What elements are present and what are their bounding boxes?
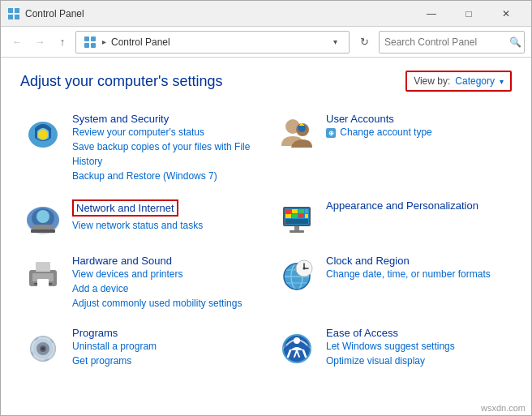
svg-rect-33 [290, 230, 304, 233]
system-security-link-1[interactable]: Review your computer's status [72, 125, 255, 139]
svg-point-9 [38, 130, 48, 139]
svg-rect-3 [15, 15, 19, 19]
programs-link-1[interactable]: Uninstall a program [72, 339, 255, 354]
svg-point-49 [303, 268, 306, 270]
programs-title[interactable]: Programs [72, 327, 118, 339]
system-security-link-2[interactable]: Save backup copies of your files with Fi… [72, 139, 255, 169]
appearance-text: Appearance and Personalization [326, 199, 508, 212]
address-box[interactable]: ▸ Control Panel ▾ [75, 31, 350, 54]
svg-rect-0 [8, 8, 13, 13]
svg-rect-20 [31, 229, 55, 233]
user-accounts-link-1[interactable]: ⊕ Change account type [326, 125, 508, 139]
address-dropdown[interactable]: ▾ [328, 37, 342, 46]
location-icon [83, 35, 97, 49]
hardware-link-3[interactable]: Adjust commonly used mobility settings [72, 296, 255, 311]
svg-point-18 [36, 210, 49, 223]
programs-text: Programs Uninstall a program Get program… [72, 327, 255, 368]
svg-rect-7 [91, 43, 96, 48]
svg-rect-5 [91, 36, 96, 41]
panel-item-appearance: Appearance and Personalization [274, 191, 512, 247]
search-icon[interactable]: 🔍 [509, 36, 521, 48]
svg-rect-38 [37, 279, 49, 289]
search-box[interactable]: 🔍 [379, 31, 525, 54]
svg-rect-6 [84, 43, 89, 48]
svg-rect-19 [32, 225, 54, 229]
svg-rect-23 [285, 209, 291, 213]
svg-rect-24 [292, 209, 298, 213]
svg-rect-26 [305, 209, 308, 213]
system-security-title[interactable]: System and Security [72, 113, 169, 125]
hardware-link-2[interactable]: Add a device [72, 281, 255, 296]
view-by-arrow[interactable]: ▾ [500, 77, 504, 86]
ease-link-1[interactable]: Let Windows suggest settings [326, 339, 508, 354]
hardware-link-1[interactable]: View devices and printers [72, 267, 255, 281]
user-accounts-text: User Accounts ⊕ Change account type [326, 113, 508, 139]
search-input[interactable] [384, 36, 506, 48]
clock-icon [277, 255, 316, 294]
address-bar: ← → ↑ ▸ Control Panel ▾ ↻ 🔍 [1, 27, 531, 58]
view-by-label: View by: [414, 75, 450, 87]
clock-link-1[interactable]: Change date, time, or number formats [326, 267, 508, 281]
svg-rect-36 [36, 262, 50, 272]
content-area: Adjust your computer's settings View by:… [1, 58, 531, 415]
user-accounts-icon [277, 113, 316, 152]
ease-text: Ease of Access Let Windows suggest setti… [326, 327, 508, 368]
window-title: Control Panel [25, 8, 413, 19]
window-controls: — □ ✕ [413, 1, 525, 27]
panel-item-ease: Ease of Access Let Windows suggest setti… [274, 319, 512, 376]
panel-item-programs: Programs Uninstall a program Get program… [20, 319, 258, 376]
address-text: Control Panel [111, 36, 323, 48]
app-icon [7, 7, 20, 20]
programs-link-2[interactable]: Get programs [72, 354, 255, 368]
clock-text: Clock and Region Change date, time, or n… [326, 255, 508, 281]
ease-title[interactable]: Ease of Access [326, 327, 398, 339]
svg-rect-29 [298, 214, 304, 218]
system-security-link-3[interactable]: Backup and Restore (Windows 7) [72, 169, 255, 183]
svg-rect-1 [15, 8, 19, 13]
network-text: Network and Internet View network status… [72, 199, 255, 233]
appearance-icon [277, 199, 316, 238]
forward-button[interactable]: → [30, 32, 49, 52]
svg-rect-28 [292, 214, 298, 218]
up-button[interactable]: ↑ [53, 32, 72, 52]
ease-icon [277, 327, 316, 366]
hardware-text: Hardware and Sound View devices and prin… [72, 255, 255, 311]
svg-rect-25 [298, 209, 304, 213]
view-by-control[interactable]: View by: Category ▾ [405, 71, 512, 92]
view-by-value[interactable]: Category [455, 75, 495, 87]
network-link-1[interactable]: View network status and tasks [72, 218, 255, 233]
panel-item-user-accounts: User Accounts ⊕ Change account type [274, 105, 512, 191]
refresh-button[interactable]: ↻ [353, 31, 375, 54]
title-bar: Control Panel — □ ✕ [1, 1, 531, 27]
svg-rect-4 [84, 36, 89, 41]
appearance-title[interactable]: Appearance and Personalization [326, 199, 478, 212]
content-header: Adjust your computer's settings View by:… [20, 71, 512, 92]
system-security-icon [24, 113, 62, 152]
svg-text:⊕: ⊕ [328, 130, 334, 137]
system-security-text: System and Security Review your computer… [72, 113, 255, 183]
ease-link-2[interactable]: Optimize visual display [326, 354, 508, 368]
panel-item-hardware: Hardware and Sound View devices and prin… [20, 247, 258, 319]
items-grid: System and Security Review your computer… [20, 105, 512, 376]
minimize-button[interactable]: — [413, 1, 450, 27]
close-button[interactable]: ✕ [487, 1, 525, 27]
user-accounts-title[interactable]: User Accounts [326, 113, 394, 125]
svg-rect-30 [305, 214, 308, 218]
hardware-title[interactable]: Hardware and Sound [72, 255, 172, 267]
panel-item-network: Network and Internet View network status… [20, 191, 258, 247]
svg-point-54 [41, 347, 45, 350]
back-button[interactable]: ← [7, 32, 27, 52]
maximize-button[interactable]: □ [450, 1, 487, 27]
svg-rect-31 [285, 219, 308, 224]
svg-rect-2 [8, 15, 13, 19]
network-icon [24, 199, 62, 238]
network-title[interactable]: Network and Internet [72, 199, 178, 217]
programs-icon [24, 327, 62, 366]
clock-title[interactable]: Clock and Region [326, 255, 410, 267]
page-title: Adjust your computer's settings [20, 73, 223, 90]
address-chevron: ▸ [102, 37, 106, 46]
panel-item-clock: Clock and Region Change date, time, or n… [274, 247, 512, 319]
panel-item-system-security: System and Security Review your computer… [20, 105, 258, 191]
svg-rect-27 [285, 214, 291, 218]
hardware-icon [24, 255, 62, 294]
